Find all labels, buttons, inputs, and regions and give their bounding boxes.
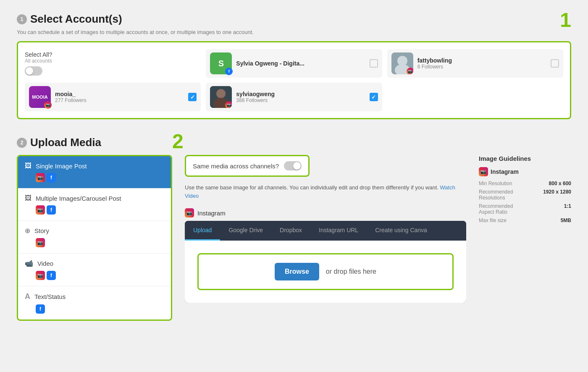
- multiple-images-icon: 🖼: [25, 194, 32, 202]
- upload-tabs: Upload Google Drive Dropbox Instagram UR…: [185, 221, 466, 241]
- ig-icon-story: 📷: [36, 238, 45, 247]
- media-type-text-status[interactable]: A Text/Status f: [18, 286, 171, 320]
- account-card-fatty[interactable]: 📷 fattybowling 6 Followers: [387, 49, 563, 78]
- account-info-fatty: fattybowling 6 Followers: [417, 57, 546, 70]
- section1-subtitle: You can schedule a set of images to mult…: [17, 29, 571, 35]
- guidelines-panel: Image Guidelines 📷 Instagram Min Resolut…: [479, 155, 571, 303]
- account-name-fatty: fattybowling: [417, 57, 546, 64]
- media-type-single-image[interactable]: 🖼 Single Image Post 📷 f: [18, 156, 171, 189]
- guideline-label-rec-aspect: Recommended Aspect Ratio: [479, 203, 525, 215]
- section1-header: 1 Select Account(s) 1: [17, 13, 571, 26]
- guideline-value-min-res: 800 x 600: [525, 181, 571, 186]
- green-label-1: 1: [560, 8, 571, 31]
- media-type-story[interactable]: ⊕ Story 📷: [18, 221, 171, 254]
- text-icon: A: [25, 292, 30, 301]
- dropzone-wrapper: Browse or drop files here 3: [197, 253, 454, 290]
- section-select-accounts: 1 Select Account(s) 1 You can schedule a…: [17, 13, 571, 119]
- fb-icon-single: f: [47, 173, 56, 182]
- section2-title: Upload Media: [30, 136, 101, 149]
- single-image-label: Single Image Post: [36, 162, 87, 170]
- same-media-label: Same media across channels?: [193, 162, 279, 170]
- account-card-mooia[interactable]: MOOIA 📷 mooia_ 277 Followers: [25, 83, 201, 111]
- upload-dropzone: Browse or drop files here 3: [185, 241, 466, 303]
- section1-title: Select Account(s): [30, 13, 122, 26]
- main-upload-content: Same media across channels? Use the same…: [185, 155, 466, 303]
- right-area: Same media across channels? Use the same…: [185, 155, 571, 303]
- account-card-sylvia[interactable]: S f Sylvia Ogweng - Digita...: [206, 49, 382, 78]
- media-type-multiple-images[interactable]: 🖼 Multiple Images/Carousel Post 📷 f: [18, 189, 171, 221]
- guideline-value-max-size: 5MB: [525, 217, 571, 223]
- text-label: Text/Status: [34, 293, 66, 300]
- account-name-sylvia: Sylvia Ogweng - Digita...: [236, 60, 365, 67]
- account-info-sylvia: Sylvia Ogweng - Digita...: [236, 60, 365, 67]
- avatar-fatty: 📷: [391, 52, 413, 74]
- guideline-row-rec-res: Recommended Resolutions 1920 x 1280: [479, 189, 571, 201]
- account-followers-fatty: 6 Followers: [417, 64, 546, 70]
- avatar-mooia: MOOIA 📷: [29, 86, 51, 108]
- media-types-box: 🖼 Single Image Post 📷 f 🖼 Multiple Image…: [17, 155, 172, 321]
- video-icon: 📹: [25, 259, 33, 267]
- checkbox-sylviaogweng[interactable]: [370, 93, 378, 101]
- checkbox-fatty[interactable]: [551, 59, 559, 68]
- single-image-icon: 🖼: [25, 162, 32, 170]
- checkbox-mooia[interactable]: [188, 93, 197, 101]
- tab-dropbox[interactable]: Dropbox: [271, 221, 310, 241]
- checkbox-sylvia[interactable]: [370, 59, 378, 68]
- guideline-label-max-size: Max file size: [479, 217, 525, 223]
- platform-badge-instagram-mooia: 📷: [44, 101, 52, 109]
- same-media-toggle[interactable]: [284, 161, 302, 170]
- media-type-video[interactable]: 📹 Video 📷 f: [18, 254, 171, 286]
- account-followers-mooia: 277 Followers: [55, 97, 184, 103]
- drop-text: or drop files here: [326, 268, 376, 275]
- browse-button[interactable]: Browse: [275, 263, 319, 280]
- guideline-platform-name: Instagram: [491, 168, 519, 175]
- platform-badge-instagram-fatty: 📷: [407, 68, 413, 74]
- guideline-row-min-res: Min Resolution 800 x 600: [479, 181, 571, 186]
- account-info-sylviaogweng: sylviaogweng 388 Followers: [236, 91, 365, 103]
- green-label-2: 2: [172, 130, 184, 153]
- dropzone-inner[interactable]: Browse or drop files here: [197, 253, 454, 290]
- select-all-label: Select All?: [25, 51, 201, 58]
- tab-upload[interactable]: Upload: [185, 221, 220, 241]
- account-name-sylviaogweng: sylviaogweng: [236, 91, 365, 97]
- tab-instagram-url[interactable]: Instagram URL: [310, 221, 367, 241]
- channel-header: 📷 Instagram: [185, 208, 466, 217]
- select-all-cell: Select All? All accounts: [25, 49, 201, 78]
- video-label: Video: [37, 260, 53, 267]
- guidelines-title: Image Guidelines: [479, 155, 571, 162]
- fb-icon-text: f: [36, 304, 45, 314]
- guideline-label-min-res: Min Resolution: [479, 181, 525, 186]
- account-card-sylviaogweng[interactable]: 📷 sylviaogweng 388 Followers: [206, 83, 382, 111]
- select-all-sub: All accounts: [25, 58, 201, 64]
- avatar-sylvia: S f: [210, 52, 232, 74]
- story-icon: ⊕: [25, 227, 30, 235]
- avatar-sylviaogweng: 📷: [210, 86, 232, 108]
- channel-name: Instagram: [197, 210, 226, 217]
- ig-icon-channel: 📷: [185, 208, 194, 217]
- step2-badge: 2: [17, 138, 27, 148]
- account-info-mooia: mooia_ 277 Followers: [55, 91, 184, 103]
- multiple-images-label: Multiple Images/Carousel Post: [36, 195, 121, 202]
- tab-canva[interactable]: Create using Canva: [367, 221, 436, 241]
- fb-icon-multiple: f: [47, 205, 56, 215]
- ig-icon-video: 📷: [36, 271, 45, 280]
- platform-badge-facebook: f: [225, 68, 233, 75]
- guideline-row-max-size: Max file size 5MB: [479, 217, 571, 223]
- platform-badge-instagram-sylviaogweng: 📷: [225, 101, 232, 108]
- svg-point-3: [216, 89, 226, 98]
- account-followers-sylviaogweng: 388 Followers: [236, 97, 365, 103]
- ig-icon-single: 📷: [36, 173, 45, 182]
- guideline-value-rec-aspect: 1:1: [525, 203, 571, 215]
- select-all-toggle[interactable]: [25, 66, 42, 76]
- fb-icon-video: f: [47, 271, 56, 280]
- guideline-label-rec-res: Recommended Resolutions: [479, 189, 525, 201]
- tab-google-drive[interactable]: Google Drive: [220, 221, 271, 241]
- account-name-mooia: mooia_: [55, 91, 184, 97]
- same-media-box: Same media across channels?: [185, 155, 310, 177]
- upload-area: Upload Google Drive Dropbox Instagram UR…: [185, 221, 466, 303]
- story-label: Story: [34, 227, 49, 234]
- ig-icon-guidelines: 📷: [479, 167, 488, 176]
- guideline-row-rec-aspect: Recommended Aspect Ratio 1:1: [479, 203, 571, 215]
- ig-icon-multiple: 📷: [36, 205, 45, 215]
- accounts-box: Select All? All accounts S f Sylvia Ogwe…: [17, 41, 571, 119]
